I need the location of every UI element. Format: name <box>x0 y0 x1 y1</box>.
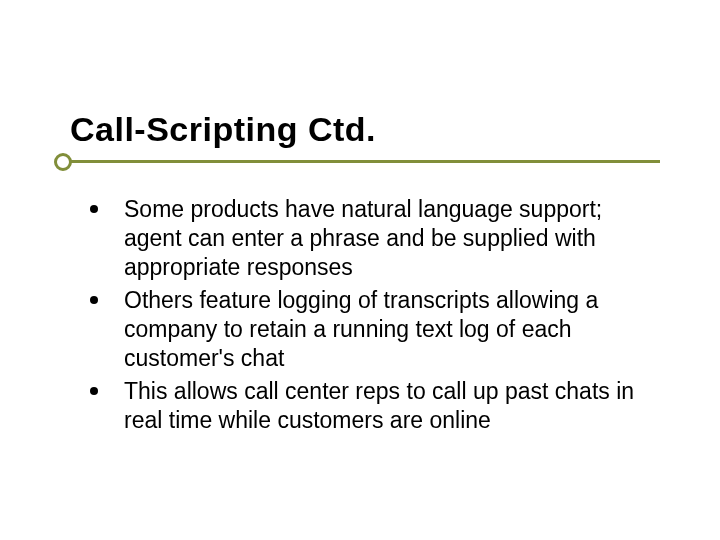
bullet-text: This allows call center reps to call up … <box>124 377 660 435</box>
list-item: Others feature logging of transcripts al… <box>90 286 660 373</box>
content-area: Some products have natural language supp… <box>90 195 660 439</box>
accent-dot-icon <box>54 153 72 171</box>
slide: Call-Scripting Ctd. Some products have n… <box>0 0 720 540</box>
list-item: This allows call center reps to call up … <box>90 377 660 435</box>
bullet-icon <box>90 296 98 304</box>
list-item: Some products have natural language supp… <box>90 195 660 282</box>
bullet-text: Some products have natural language supp… <box>124 195 660 282</box>
bullet-icon <box>90 387 98 395</box>
bullet-icon <box>90 205 98 213</box>
bullet-list: Some products have natural language supp… <box>90 195 660 435</box>
bullet-text: Others feature logging of transcripts al… <box>124 286 660 373</box>
accent-line <box>60 160 660 163</box>
slide-title: Call-Scripting Ctd. <box>70 110 376 149</box>
